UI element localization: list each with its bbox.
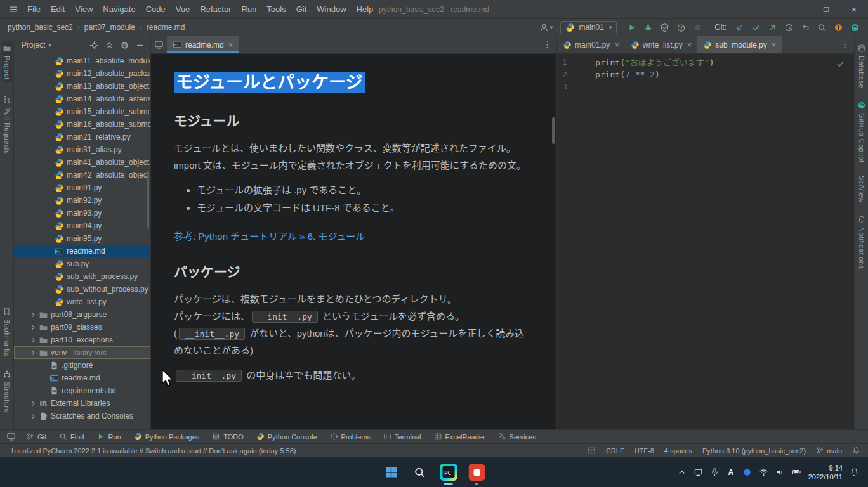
breadcrumb-readme-md[interactable]: readme.md bbox=[144, 23, 188, 32]
tree-item-main91-py[interactable]: main91.py bbox=[14, 181, 150, 194]
microphone-icon[interactable] bbox=[710, 467, 720, 477]
toolwindow-button-sciview[interactable]: SciView bbox=[858, 176, 865, 202]
toolwindow-git[interactable]: Git bbox=[20, 430, 53, 443]
taskbar-pycharm-button[interactable]: PC bbox=[438, 459, 459, 486]
project-view-selector[interactable]: Project ▾ bbox=[22, 41, 51, 49]
status-notifications[interactable] bbox=[852, 446, 860, 455]
status-message[interactable]: Localized PyCharm 2022.2.1 is available … bbox=[11, 447, 296, 455]
menu-tools[interactable]: Tools bbox=[261, 4, 291, 14]
toolwindow-run[interactable]: Run bbox=[90, 430, 127, 443]
menu-navigate[interactable]: Navigate bbox=[98, 4, 140, 14]
tree-item-sub-py[interactable]: sub.py bbox=[14, 257, 150, 270]
run-with-coverage-button[interactable] bbox=[656, 20, 673, 34]
close-icon[interactable]: × bbox=[614, 40, 619, 49]
locate-file-button[interactable] bbox=[87, 39, 101, 51]
status-encoding[interactable]: UTF-8 bbox=[635, 447, 654, 455]
toolwindow-python-console[interactable]: Python Console bbox=[250, 430, 324, 443]
minimize-button[interactable]: – bbox=[784, 0, 812, 19]
close-icon[interactable]: × bbox=[687, 40, 692, 49]
preview-scrollbar[interactable] bbox=[552, 117, 555, 144]
tree-item-venv[interactable]: venvlibrary root bbox=[14, 346, 150, 359]
ime-indicator[interactable]: A bbox=[727, 468, 735, 477]
toolwindow-services[interactable]: Services bbox=[492, 430, 542, 443]
tree-item-requirements-txt[interactable]: requirements.txt bbox=[14, 384, 150, 397]
tree-item-part09-classes[interactable]: part09_classes bbox=[14, 321, 150, 334]
tree-item-main42-absolute-object-w[interactable]: main42_absolute_object_w bbox=[14, 169, 150, 181]
taskbar-clock[interactable]: 9:14 2022/10/11 bbox=[808, 464, 843, 481]
tree-item-readme-md[interactable]: M↓readme.md bbox=[14, 372, 150, 384]
code-line-3[interactable]: 3 bbox=[557, 81, 854, 93]
tree-item-main31-alias-py[interactable]: main31_alias.py bbox=[14, 143, 150, 156]
breadcrumb-part07-module[interactable]: part07_module bbox=[82, 23, 138, 32]
menu-git[interactable]: Git bbox=[291, 4, 312, 14]
breadcrumb-python-basic-sec2[interactable]: python_basic_sec2 bbox=[5, 23, 76, 32]
preview-layout-icon[interactable] bbox=[151, 40, 167, 49]
push-button[interactable] bbox=[764, 20, 780, 34]
tree-item-main94-py[interactable]: main94.py bbox=[14, 219, 150, 232]
ide-updates-button[interactable] bbox=[830, 20, 846, 34]
profiler-button[interactable] bbox=[673, 20, 689, 34]
tree-item-part08-argparse[interactable]: part08_argparse bbox=[14, 308, 150, 321]
tray-app-icon[interactable] bbox=[694, 467, 703, 477]
status-indent-style[interactable]: 4 spaces bbox=[664, 447, 692, 455]
tree-item-main14-absolute-asterisk-p[interactable]: main14_absolute_asterisk.p bbox=[14, 93, 150, 105]
toolwindow-button-project[interactable]: Project bbox=[2, 41, 12, 82]
tutorial-link[interactable]: Python チュートリアル » 6. モジュール bbox=[198, 231, 365, 242]
copilot-status-button[interactable] bbox=[846, 20, 863, 34]
tree-item-readme-md[interactable]: M↓readme.md bbox=[14, 245, 150, 257]
tray-expand-icon[interactable] bbox=[677, 467, 687, 477]
menu-run[interactable]: Run bbox=[237, 4, 262, 14]
code-editor[interactable]: 1print("おはようございます")2print(7 ** 2)3 bbox=[557, 54, 854, 429]
tree-item-main16-absolute-submod[interactable]: main16_absolute_submod bbox=[14, 118, 150, 131]
hide-panel-button[interactable] bbox=[133, 39, 147, 51]
start-button[interactable] bbox=[381, 459, 402, 486]
tree-item-main13-absolute-object-p[interactable]: main13_absolute_object.p bbox=[14, 80, 150, 93]
menu-code[interactable]: Code bbox=[141, 4, 171, 14]
taskbar-recorder-button[interactable] bbox=[467, 459, 487, 486]
tree-item-main21-relative-py[interactable]: main21_relative.py bbox=[14, 131, 150, 143]
toolwindow-button-database[interactable]: Database bbox=[857, 44, 866, 88]
volume-icon[interactable] bbox=[775, 467, 785, 477]
toolwindow-terminal[interactable]: Terminal bbox=[377, 430, 428, 443]
tree-item-write-list-py[interactable]: write_list.py bbox=[14, 295, 150, 308]
search-everywhere-button[interactable] bbox=[813, 20, 830, 34]
rollback-button[interactable] bbox=[797, 20, 813, 34]
user-menu-button[interactable]: ▾ bbox=[537, 20, 554, 34]
tree-item-sub-without-process-py[interactable]: sub_without_process.py bbox=[14, 283, 150, 295]
debug-button[interactable] bbox=[640, 20, 656, 34]
toolwindow-button-bookmarks[interactable]: Bookmarks bbox=[3, 307, 11, 357]
battery-icon[interactable] bbox=[792, 467, 801, 477]
menu-window[interactable]: Window bbox=[312, 4, 351, 14]
run-button[interactable] bbox=[623, 20, 640, 34]
menu-file[interactable]: File bbox=[22, 4, 46, 14]
more-options-icon[interactable] bbox=[542, 40, 552, 49]
more-options-icon[interactable] bbox=[840, 40, 850, 49]
stop-button[interactable] bbox=[689, 20, 706, 34]
history-button[interactable] bbox=[780, 20, 797, 34]
toolwindow-excelreader[interactable]: ExcelReader bbox=[428, 430, 492, 443]
tab-sub-module-py[interactable]: sub_module.py× bbox=[697, 36, 782, 53]
tree-item-external-libraries[interactable]: External Libraries bbox=[14, 397, 150, 410]
commit-button[interactable] bbox=[747, 20, 764, 34]
toolwindow-python-packages[interactable]: Python Packages bbox=[128, 430, 206, 443]
tab-write-list-py[interactable]: write_list.py× bbox=[625, 36, 697, 53]
maximize-button[interactable]: □ bbox=[812, 0, 840, 19]
menu-refactor[interactable]: Refactor bbox=[195, 4, 236, 14]
toolwindow-button-github-copilot[interactable]: GitHub Copilot bbox=[857, 101, 866, 163]
tree-item-part10-exceptions[interactable]: part10_exceptions bbox=[14, 334, 150, 346]
toolwindow-problems[interactable]: Problems bbox=[324, 430, 377, 443]
menu-help[interactable]: Help bbox=[352, 4, 379, 14]
notifications-icon[interactable] bbox=[850, 467, 859, 477]
update-project-button[interactable] bbox=[731, 20, 747, 34]
toolwindow-todo[interactable]: TODO bbox=[206, 430, 250, 443]
wifi-icon[interactable] bbox=[759, 467, 768, 477]
toolwindow-button-pull-requests[interactable]: Pull Requests bbox=[3, 95, 11, 154]
tray-blue-app-icon[interactable] bbox=[742, 467, 752, 477]
close-button[interactable]: × bbox=[840, 0, 868, 19]
toolwindow-switcher-icon[interactable] bbox=[3, 432, 20, 441]
close-icon[interactable]: × bbox=[228, 40, 233, 49]
tree-item-main15-absolute-submod[interactable]: main15_absolute_submod bbox=[14, 105, 150, 118]
toolwindow-find[interactable]: Find bbox=[53, 430, 90, 443]
status-line-separator[interactable]: CRLF bbox=[606, 447, 624, 455]
code-line-2[interactable]: 2print(7 ** 2) bbox=[557, 68, 854, 81]
